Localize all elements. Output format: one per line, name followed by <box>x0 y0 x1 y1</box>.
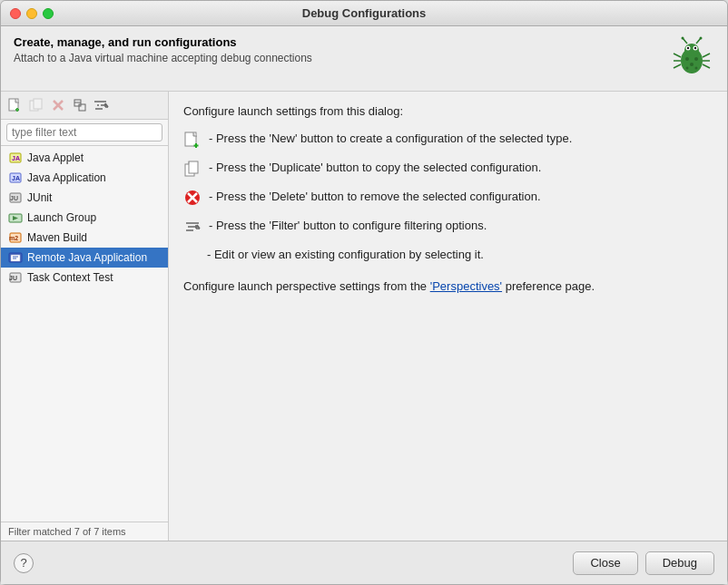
svg-point-19 <box>686 67 689 70</box>
bug-logo <box>669 35 714 83</box>
edit-instruction-text: - Edit or view an existing configuration… <box>207 247 484 263</box>
title-bar: Debug Configurations <box>1 1 727 26</box>
perspective-prefix: Configure launch perspective settings fr… <box>183 279 430 293</box>
svg-point-17 <box>694 57 698 61</box>
header-section: Create, manage, and run configurations A… <box>1 26 727 92</box>
tree-item-label: Launch Group <box>27 211 96 224</box>
filter-input-wrap <box>1 120 168 146</box>
instruction-filter: - Press the 'Filter' button to configure… <box>183 218 713 236</box>
svg-point-14 <box>682 37 684 40</box>
collapse-all-button[interactable] <box>70 95 90 115</box>
svg-line-6 <box>674 54 681 57</box>
new-config-button[interactable] <box>5 95 25 115</box>
instruction-delete: - Press the 'Delete' button to remove th… <box>183 189 713 207</box>
right-panel: Configure launch settings from this dial… <box>169 92 727 541</box>
svg-point-20 <box>695 67 698 70</box>
remote-java-icon <box>8 250 23 265</box>
tree-item-label: Java Application <box>27 171 106 184</box>
svg-rect-25 <box>34 99 42 109</box>
delete-instruction-icon <box>183 189 202 207</box>
svg-line-11 <box>703 64 710 68</box>
window-title: Debug Configurations <box>302 6 427 20</box>
svg-point-4 <box>687 47 689 49</box>
tree-item-launch-group[interactable]: Launch Group <box>1 208 168 228</box>
svg-line-9 <box>703 54 710 57</box>
maven-icon: m2 <box>8 230 23 245</box>
left-panel: JA Java Applet JA Java Application <box>1 92 169 541</box>
svg-line-8 <box>674 64 681 68</box>
task-context-icon: JU <box>8 270 23 285</box>
tree-item-junit[interactable]: JU JUnit <box>1 188 168 208</box>
edit-instruction-spacer <box>183 247 200 265</box>
svg-point-16 <box>685 57 689 61</box>
tree-item-java-application[interactable]: JA Java Application <box>1 168 168 188</box>
filter-instruction-text: - Press the 'Filter' button to configure… <box>209 218 487 234</box>
maximize-window-button[interactable] <box>43 8 54 19</box>
svg-point-18 <box>690 63 694 66</box>
tree-item-label: Task Context Test <box>27 271 113 284</box>
tree-item-task-context-test[interactable]: JU Task Context Test <box>1 268 168 288</box>
header-subtitle: Attach to a Java virtual machine accepti… <box>14 52 312 64</box>
header-title: Create, manage, and run configurations <box>14 35 312 49</box>
tree-item-label: Maven Build <box>27 231 87 244</box>
svg-text:JA: JA <box>12 175 20 181</box>
status-bar: Filter matched 7 of 7 items <box>1 522 168 541</box>
filter-input[interactable] <box>6 123 162 141</box>
junit-icon: JU <box>8 190 23 205</box>
new-instruction-text: - Press the 'New' button to create a con… <box>209 131 572 147</box>
filter-icon <box>93 98 110 112</box>
delete-config-button[interactable] <box>48 95 68 115</box>
main-content: JA Java Applet JA Java Application <box>1 92 727 541</box>
java-application-icon: JA <box>8 171 23 185</box>
duplicate-config-button[interactable] <box>26 95 46 115</box>
perspective-suffix: preference page. <box>502 279 595 293</box>
duplicate-instruction-icon <box>183 160 202 178</box>
svg-point-15 <box>700 37 703 40</box>
instruction-new: - Press the 'New' button to create a con… <box>183 131 713 149</box>
close-button[interactable]: Close <box>573 551 637 575</box>
traffic-lights <box>10 8 54 19</box>
filter-status-text: Filter matched 7 of 7 items <box>8 526 126 537</box>
svg-rect-58 <box>189 161 198 173</box>
svg-text:JU: JU <box>10 195 18 201</box>
tree-item-label: Remote Java Application <box>27 251 147 264</box>
bug-svg <box>669 35 714 81</box>
tree-item-java-applet[interactable]: JA Java Applet <box>1 148 168 168</box>
perspectives-link[interactable]: 'Perspectives' <box>430 279 502 293</box>
tree-item-maven-build[interactable]: m2 Maven Build <box>1 228 168 248</box>
tree-list: JA Java Applet JA Java Application <box>1 146 168 522</box>
launch-group-icon <box>8 210 23 225</box>
svg-point-5 <box>694 47 696 49</box>
collapse-icon <box>73 98 87 112</box>
delete-icon <box>51 98 65 112</box>
help-button[interactable]: ? <box>14 553 34 573</box>
tree-item-remote-java-application[interactable]: Remote Java Application <box>1 248 168 268</box>
java-applet-icon: JA <box>8 151 23 165</box>
minimize-window-button[interactable] <box>26 8 37 19</box>
new-instruction-icon <box>183 131 202 149</box>
dialog-buttons: Close Debug <box>573 551 714 575</box>
debug-button[interactable]: Debug <box>645 551 714 575</box>
duplicate-doc-icon <box>29 98 44 112</box>
left-toolbar <box>1 92 168 120</box>
new-doc-icon <box>7 98 22 112</box>
debug-configurations-window: Debug Configurations Create, manage, and… <box>0 0 728 585</box>
bottom-bar: ? Close Debug <box>1 541 727 584</box>
delete-instruction-text: - Press the 'Delete' button to remove th… <box>209 189 541 205</box>
header-text: Create, manage, and run configurations A… <box>14 35 312 64</box>
tree-item-label: JUnit <box>27 191 52 204</box>
instruction-duplicate: - Press the 'Duplicate' button to copy t… <box>183 160 713 178</box>
svg-text:m2: m2 <box>9 235 18 241</box>
filter-button[interactable] <box>92 95 112 115</box>
duplicate-instruction-text: - Press the 'Duplicate' button to copy t… <box>209 160 541 176</box>
instruction-edit: - Edit or view an existing configuration… <box>183 247 713 265</box>
svg-text:JU: JU <box>9 275 17 281</box>
svg-text:JA: JA <box>12 155 20 161</box>
svg-rect-29 <box>79 104 85 111</box>
svg-point-1 <box>684 44 699 56</box>
configure-title: Configure launch settings from this dial… <box>183 104 713 118</box>
filter-instruction-icon <box>183 218 202 236</box>
close-window-button[interactable] <box>10 8 21 19</box>
perspective-line: Configure launch perspective settings fr… <box>183 279 713 293</box>
tree-item-label: Java Applet <box>27 151 84 164</box>
